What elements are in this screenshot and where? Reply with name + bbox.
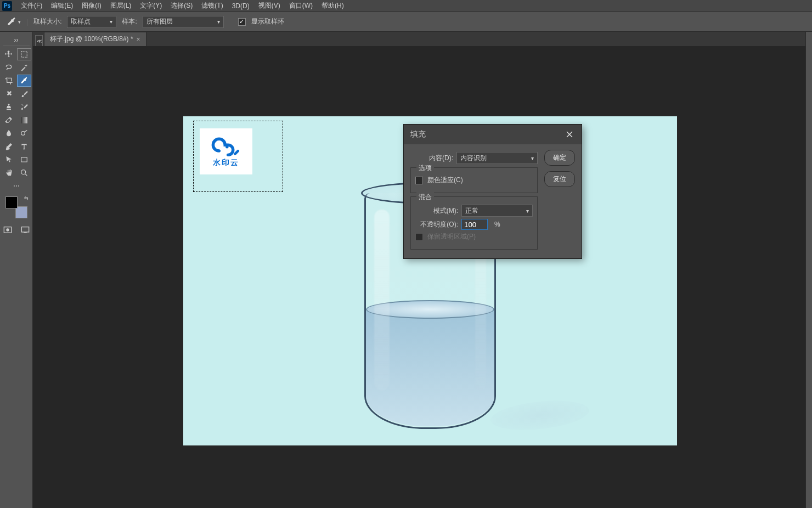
tab-close-icon[interactable]: ×	[137, 36, 140, 43]
canvas-region: ≪ 杯子.jpg @ 100%(RGB/8#) * ×	[33, 32, 805, 508]
sample-size-select[interactable]: 取样点	[67, 16, 116, 28]
cloud-icon	[210, 135, 243, 157]
watermark-text: 水印云	[213, 158, 239, 168]
svg-rect-1	[21, 117, 27, 123]
svg-rect-7	[21, 227, 29, 232]
canvas-viewport[interactable]: 水印云	[33, 46, 805, 508]
gradient-tool[interactable]	[17, 114, 31, 126]
screen-mode-tool[interactable]	[18, 224, 32, 236]
clone-tool[interactable]	[2, 101, 16, 113]
foreground-color[interactable]	[5, 196, 18, 208]
svg-point-9	[225, 145, 228, 148]
menu-bar: Ps 文件(F) 编辑(E) 图像(I) 图层(L) 文字(Y) 选择(S) 滤…	[0, 0, 812, 12]
toolbox-grip[interactable]: ››	[3, 34, 30, 46]
dodge-tool[interactable]	[17, 127, 31, 139]
history-brush-tool[interactable]	[17, 101, 31, 113]
water-puddle	[489, 397, 590, 434]
hand-tool[interactable]	[2, 167, 16, 179]
move-tool[interactable]	[2, 48, 16, 60]
menu-help[interactable]: 帮助(H)	[317, 0, 348, 12]
app-logo: Ps	[2, 1, 12, 11]
zoom-tool[interactable]	[17, 167, 31, 179]
color-swatches[interactable]: ⇆	[5, 196, 27, 218]
right-panel-strip[interactable]	[805, 32, 812, 508]
preserve-trans-label: 保留透明区域(P)	[427, 232, 476, 241]
eraser-tool[interactable]	[2, 114, 16, 126]
options-bar: ▾ | 取样大小: 取样点 样本: 所有图层 显示取样环	[0, 12, 812, 32]
opacity-unit: %	[494, 221, 500, 228]
current-tool-icon[interactable]: ▾	[5, 14, 21, 30]
watermark-logo: 水印云	[200, 128, 252, 174]
color-adapt-label: 颜色适应(C)	[427, 176, 463, 185]
quick-mask-tool[interactable]	[1, 224, 15, 236]
options-fieldset: 选项 颜色适应(C)	[410, 167, 538, 193]
menu-layer[interactable]: 图层(L)	[106, 0, 136, 12]
blur-tool[interactable]	[2, 127, 16, 139]
options-legend: 选项	[416, 163, 434, 173]
artboard-tool[interactable]	[17, 48, 31, 60]
dialog-title: 填充	[410, 129, 426, 139]
svg-point-2	[21, 132, 25, 136]
sample-size-label: 取样大小:	[33, 17, 61, 26]
menu-filter[interactable]: 滤镜(T)	[197, 0, 227, 12]
document-tabs: ≪ 杯子.jpg @ 100%(RGB/8#) * ×	[33, 32, 805, 46]
svg-point-4	[21, 170, 25, 174]
svg-point-6	[6, 228, 9, 231]
sample-label: 样本:	[122, 17, 137, 26]
mode-select[interactable]: 正常	[461, 205, 533, 217]
ok-button[interactable]: 确定	[544, 150, 575, 166]
content-select[interactable]: 内容识别	[456, 152, 538, 164]
opacity-label: 不透明度(O):	[415, 220, 461, 229]
document-tab[interactable]: 杯子.jpg @ 100%(RGB/8#) * ×	[44, 32, 146, 46]
eyedropper-tool[interactable]	[17, 75, 31, 87]
preserve-trans-checkbox	[415, 233, 423, 241]
mode-label: 模式(M):	[415, 206, 461, 216]
lasso-tool[interactable]	[2, 61, 16, 74]
menu-edit[interactable]: 编辑(E)	[47, 0, 77, 12]
blend-fieldset: 混合 模式(M): 正常 不透明度(O): % 保留透明区域(P)	[410, 196, 538, 250]
show-ring-checkbox[interactable]	[238, 18, 246, 26]
menu-select[interactable]: 选择(S)	[166, 0, 197, 12]
path-select-tool[interactable]	[2, 154, 16, 166]
color-adapt-checkbox[interactable]	[415, 177, 423, 184]
crop-tool[interactable]	[2, 75, 16, 87]
menu-3d[interactable]: 3D(D)	[228, 1, 254, 12]
fill-dialog: 填充 内容(D): 内容识别 选项 颜色适应(C) 混合 模式(M):	[403, 124, 582, 259]
menu-view[interactable]: 视图(V)	[254, 0, 285, 12]
menu-type[interactable]: 文字(Y)	[136, 0, 166, 12]
show-ring-label: 显示取样环	[251, 17, 284, 26]
menu-image[interactable]: 图像(I)	[77, 0, 105, 12]
pen-tool[interactable]	[2, 140, 16, 153]
toolbox: ›› ⋯ ⇆	[0, 32, 33, 508]
tab-handle-icon[interactable]: ≪	[35, 35, 43, 46]
opacity-input[interactable]	[461, 219, 488, 230]
sample-select[interactable]: 所有图层	[143, 16, 224, 28]
swap-colors-icon[interactable]: ⇆	[24, 195, 29, 201]
toolbox-more[interactable]: ⋯	[9, 180, 24, 192]
blend-legend: 混合	[416, 193, 434, 202]
reset-button[interactable]: 复位	[544, 171, 575, 187]
healing-tool[interactable]	[2, 88, 16, 100]
svg-rect-8	[24, 233, 26, 233]
menu-window[interactable]: 窗口(W)	[285, 0, 317, 12]
content-label: 内容(D):	[410, 154, 456, 163]
svg-rect-3	[21, 157, 27, 162]
brush-tool[interactable]	[17, 88, 31, 100]
svg-rect-0	[21, 52, 27, 58]
dialog-close-button[interactable]	[564, 129, 575, 140]
menu-file[interactable]: 文件(F)	[16, 0, 47, 12]
type-tool[interactable]	[17, 140, 31, 153]
document-title: 杯子.jpg @ 100%(RGB/8#) *	[50, 35, 133, 44]
rectangle-tool[interactable]	[17, 154, 31, 166]
magic-wand-tool[interactable]	[17, 61, 31, 74]
dialog-titlebar[interactable]: 填充	[404, 125, 582, 144]
